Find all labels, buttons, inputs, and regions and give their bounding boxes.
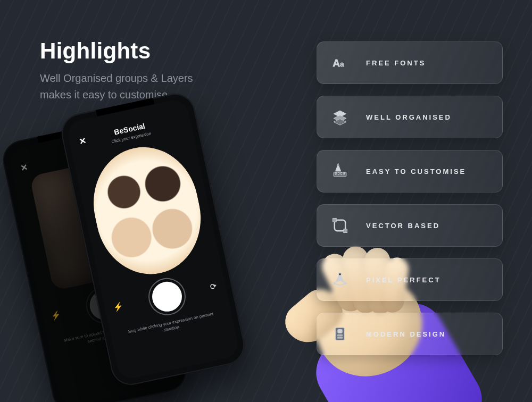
phone-back: ✕ ⚡ ⟳ Make sure to upload front camera p… xyxy=(0,116,189,402)
feature-card-easy-customise: EASY TO CUSTOMISE xyxy=(317,150,503,192)
font-icon: Aa xyxy=(330,53,350,73)
feature-card-free-fonts: Aa FREE FONTS xyxy=(317,41,503,84)
shutter-button-back xyxy=(87,288,122,323)
layers-icon xyxy=(330,107,350,127)
feature-label: MODERN DESIGN xyxy=(366,330,446,338)
feature-label: PIXEL PERFECT xyxy=(366,276,441,284)
subtitle-line2: makes it easy to customise xyxy=(40,89,168,100)
svg-text:a: a xyxy=(340,60,344,68)
vector-square-icon xyxy=(330,215,350,236)
feature-card-well-organised: WELL ORGANISED xyxy=(317,96,503,138)
svg-rect-14 xyxy=(344,229,347,233)
shutter-button xyxy=(149,279,184,314)
svg-rect-21 xyxy=(338,337,343,338)
phone-mockups: ✕ ⚡ ⟳ Make sure to upload front camera p… xyxy=(27,96,271,402)
svg-rect-7 xyxy=(338,172,339,174)
page-subtitle: Well Organised groups & Layers makes it … xyxy=(40,70,193,103)
svg-rect-19 xyxy=(338,330,343,333)
app-title-back xyxy=(69,151,73,160)
app-subtitle: Click your expression xyxy=(111,131,152,144)
feature-card-vector-based: VECTOR BASED xyxy=(317,204,503,247)
feature-label: EASY TO CUSTOMISE xyxy=(366,168,466,175)
feature-card-modern-design: MODERN DESIGN xyxy=(317,313,503,355)
flash-icon: ⚡ xyxy=(112,302,124,313)
svg-rect-6 xyxy=(336,172,337,174)
subtitle-line1: Well Organised groups & Layers xyxy=(40,72,193,84)
flip-camera-icon: ⟳ xyxy=(209,281,218,292)
close-icon: ✕ xyxy=(78,135,87,146)
svg-point-15 xyxy=(338,273,341,275)
close-icon: ✕ xyxy=(20,162,29,173)
svg-rect-9 xyxy=(344,172,345,174)
pencil-ruler-icon xyxy=(330,161,350,181)
page-title: Highlights xyxy=(40,38,151,64)
svg-rect-20 xyxy=(338,335,343,336)
pen-tool-icon xyxy=(330,270,350,290)
feature-card-pixel-perfect: PIXEL PERFECT xyxy=(317,258,503,301)
svg-text:A: A xyxy=(332,57,340,69)
phone-front: ✕ BeSocial Click your expression ⚡ ⟳ Sta… xyxy=(58,90,248,389)
feature-card-list: Aa FREE FONTS WELL ORGANISED EASY TO CUS… xyxy=(317,41,503,355)
app-title: BeSocial xyxy=(113,122,146,137)
selfie-preview xyxy=(82,137,211,284)
hint-text: Stay while clicking your expression on p… xyxy=(123,310,220,341)
svg-marker-11 xyxy=(337,163,339,166)
feature-label: FREE FONTS xyxy=(366,59,426,67)
hint-text-back: Make sure to upload front camera photo w… xyxy=(61,319,157,350)
flip-camera-icon: ⟳ xyxy=(147,290,155,300)
photo-preview-back xyxy=(29,157,142,291)
feature-label: WELL ORGANISED xyxy=(366,113,452,121)
feature-label: VECTOR BASED xyxy=(366,222,440,230)
svg-rect-8 xyxy=(341,172,342,174)
flash-icon: ⚡ xyxy=(50,309,62,321)
layout-icon xyxy=(330,324,350,344)
svg-marker-4 xyxy=(334,119,346,125)
svg-rect-13 xyxy=(332,218,336,222)
